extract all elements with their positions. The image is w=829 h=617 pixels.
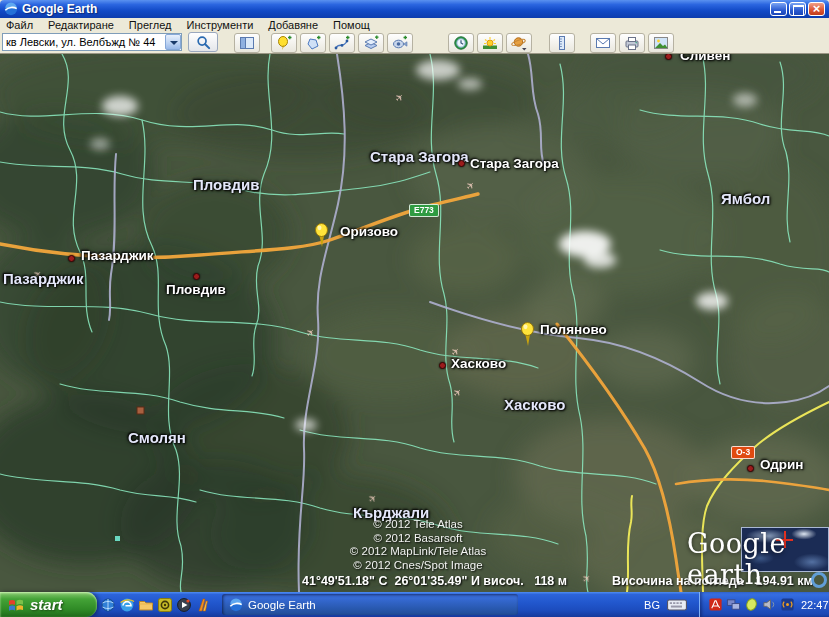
copyright-line: © 2012 Basarsoft <box>308 532 528 546</box>
system-tray-area: BG 22:47 <box>644 592 829 617</box>
copyright-line: © 2012 MapLink/Tele Atlas <box>308 545 528 559</box>
road-shield: E773 <box>409 204 439 217</box>
title-bar[interactable]: Google Earth <box>0 0 829 18</box>
region-label: Хасково <box>504 396 565 413</box>
browser-globe-icon[interactable] <box>99 596 116 613</box>
city-dot <box>665 54 672 60</box>
taskbar: start Google Earth BG 22:47 <box>0 592 829 617</box>
menu-item-5[interactable]: Помощ <box>333 19 370 31</box>
save-image-icon <box>653 35 669 51</box>
search-button[interactable] <box>188 32 218 52</box>
sidebar-toggle-icon <box>239 35 255 51</box>
city-label: Пазарджик <box>81 248 154 263</box>
road-shield: O-3 <box>731 446 755 459</box>
region-label: Смолян <box>128 429 186 446</box>
menu-item-2[interactable]: Преглед <box>129 19 172 31</box>
sunlight-button[interactable] <box>477 33 503 53</box>
city-label: Одрин <box>760 457 803 472</box>
city-dot <box>747 465 754 472</box>
taskbar-task-google-earth[interactable]: Google Earth <box>222 594 518 615</box>
menu-item-0[interactable]: Файл <box>6 19 33 31</box>
ruler-icon <box>554 35 570 51</box>
menu-bar: ФайлРедактиранеПрегледИнструментиДобавян… <box>0 18 829 31</box>
magnifier-icon <box>196 35 211 50</box>
region-label: Стара Загора <box>370 148 469 165</box>
email-button[interactable] <box>590 33 616 53</box>
city-label: Хасково <box>451 356 506 371</box>
window-title: Google Earth <box>22 2 770 16</box>
placemark-pin[interactable] <box>313 222 331 248</box>
print-icon <box>624 35 640 51</box>
taskbar-clock: 22:47 <box>801 599 829 611</box>
copyright-block: © 2012 Tele Atlas© 2012 Basarsoft© 2012 … <box>308 518 528 572</box>
placemark-pin[interactable] <box>519 321 537 347</box>
email-icon <box>595 35 611 51</box>
media-player-icon[interactable] <box>175 596 192 613</box>
city-dot <box>439 362 446 369</box>
google-earth-window: Google Earth ФайлРедактиранеПрегледИнстр… <box>0 0 829 617</box>
windows-flag-icon <box>7 597 27 613</box>
winamp-icon[interactable] <box>194 596 211 613</box>
navigation-ring[interactable] <box>811 572 827 588</box>
menu-item-3[interactable]: Инструменти <box>186 19 253 31</box>
print-button[interactable] <box>619 33 645 53</box>
internet-explorer-icon[interactable] <box>118 596 135 613</box>
city-label: Сливен <box>680 54 730 63</box>
sunlight-icon <box>482 35 498 51</box>
add-polygon-icon <box>305 35 321 51</box>
system-tray: 22:47 <box>699 592 829 617</box>
record-tour-button[interactable] <box>387 33 413 53</box>
messenger-tray-icon[interactable] <box>744 597 759 613</box>
city-label: Пловдив <box>166 282 226 297</box>
start-button[interactable]: start <box>0 592 97 617</box>
language-indicator[interactable]: BG <box>644 599 660 611</box>
task-label: Google Earth <box>248 599 316 611</box>
city-dot <box>68 255 75 262</box>
save-image-button[interactable] <box>648 33 674 53</box>
city-dot <box>458 160 465 167</box>
volume-icon[interactable] <box>762 597 777 613</box>
historical-imagery-icon <box>453 35 469 51</box>
map-viewport[interactable]: ✈ ✈ ✈ ✈ ✈ ✈ ✈ ✈ ПловдивСтара ЗагораЯмбол… <box>0 54 829 592</box>
google-earth-watermark: Google earth <box>687 528 829 590</box>
combo-dropdown-icon[interactable] <box>165 34 181 50</box>
toolbar <box>0 31 829 54</box>
map-overlays: ПловдивСтара ЗагораЯмболПазарджикХасково… <box>0 54 829 592</box>
close-button[interactable] <box>808 2 825 16</box>
add-polygon-button[interactable] <box>300 33 326 53</box>
toolbar-buttons <box>234 32 677 53</box>
record-tour-icon <box>392 35 408 51</box>
add-image-overlay-button[interactable] <box>358 33 384 53</box>
minimize-button[interactable] <box>770 2 787 16</box>
adobe-reader-icon[interactable] <box>708 597 723 613</box>
maximize-button[interactable] <box>789 2 806 16</box>
add-image-overlay-icon <box>363 35 379 51</box>
city-label: Стара Загора <box>470 156 559 171</box>
region-label: Пловдив <box>193 176 259 193</box>
keyboard-icon[interactable] <box>667 598 687 612</box>
search-input[interactable] <box>3 36 165 48</box>
sidebar-toggle-button[interactable] <box>234 33 260 53</box>
wireless-icon[interactable] <box>780 597 795 613</box>
menu-item-1[interactable]: Редактиране <box>48 19 114 31</box>
messenger-icon[interactable] <box>156 596 173 613</box>
add-path-icon <box>334 35 350 51</box>
ruler-button[interactable] <box>549 33 575 53</box>
add-path-button[interactable] <box>329 33 355 53</box>
copyright-line: © 2012 Cnes/Spot Image <box>308 559 528 573</box>
search-combobox[interactable] <box>2 33 182 51</box>
add-placemark-button[interactable] <box>271 33 297 53</box>
start-label: start <box>30 596 63 613</box>
google-earth-icon <box>4 2 18 16</box>
cursor-coordinates: 41°49'51.18" С 26°01'35.49" И височ. 118… <box>302 574 567 588</box>
network-icon[interactable] <box>726 597 741 613</box>
region-label: Пазарджик <box>3 270 84 287</box>
city-dot <box>193 273 200 280</box>
planets-button[interactable] <box>506 33 532 53</box>
placemark-label: Оризово <box>340 224 398 239</box>
copyright-line: © 2012 Tele Atlas <box>308 518 528 532</box>
menu-item-4[interactable]: Добавяне <box>268 19 318 31</box>
region-label: Ямбол <box>721 190 770 207</box>
folder-icon[interactable] <box>137 596 154 613</box>
historical-imagery-button[interactable] <box>448 33 474 53</box>
